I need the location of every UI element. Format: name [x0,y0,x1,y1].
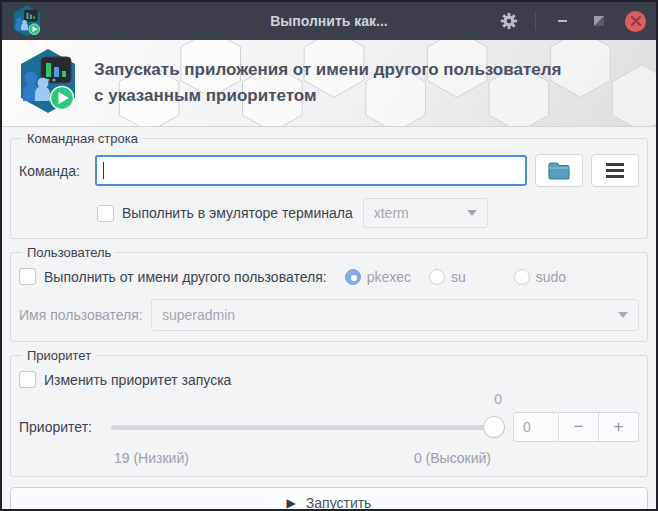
run-button[interactable]: ▶ Запустить [10,487,648,511]
main-content: Командная строка Команда: [2,127,656,511]
page-title: Запускать приложения от имени другого по… [94,57,561,110]
user-legend: Пользователь [22,245,116,260]
close-button[interactable] [625,11,646,32]
terminal-checkbox[interactable] [97,205,114,222]
radio-su-label: su [451,269,466,285]
username-dropdown[interactable]: superadmin [151,299,639,331]
command-input-field[interactable] [104,163,519,179]
spin-value-text: 0 [523,419,531,435]
options-menu-button[interactable] [591,154,639,187]
run-button-label: Запустить [306,495,372,511]
slider-handle[interactable] [483,416,505,438]
radio-sudo-label: sudo [536,269,566,285]
command-line-section: Командная строка Команда: [10,131,648,239]
radio-sudo[interactable]: sudo [514,269,566,285]
folder-icon [547,161,571,181]
radio-sudo-button[interactable] [514,269,530,285]
priority-slider[interactable]: 0 [111,412,505,442]
command-line-legend: Командная строка [22,131,143,146]
radio-pkexec-button[interactable] [345,269,361,285]
play-icon: ▶ [287,496,296,510]
increment-button[interactable]: + [599,412,639,442]
chevron-down-icon [467,210,477,216]
slider-track[interactable] [111,425,505,430]
priority-section: Приоритет Изменить приоритет запуска При… [10,348,648,477]
priority-label: Приоритет: [19,419,103,435]
terminal-emulator-value: xterm [374,205,409,221]
browse-folder-button[interactable] [535,154,583,187]
run-as-window: Выполнить как... [0,0,658,511]
radio-pkexec-label: pkexec [367,269,411,285]
command-label: Команда: [19,163,95,179]
terminal-emulator-dropdown[interactable]: xterm [363,198,488,228]
chevron-down-icon [618,312,628,318]
settings-gear-icon[interactable] [498,10,520,32]
username-value: superadmin [162,307,235,323]
priority-high-label: 0 (Высокий) [414,450,491,466]
run-as-checkbox-label[interactable]: Выполнить от имени другого пользователя: [44,269,327,285]
command-input[interactable] [95,155,527,186]
change-priority-checkbox[interactable] [19,371,36,388]
hamburger-icon [606,163,624,178]
titlebar[interactable]: Выполнить как... [2,2,656,40]
titlebar-separator [535,12,536,30]
restore-button[interactable] [588,10,610,32]
terminal-checkbox-label[interactable]: Выполнить в эмуляторе терминала [122,205,353,221]
user-section: Пользователь Выполнить от имени другого … [10,245,648,342]
page-title-line2: с указанным приоритетом [94,83,561,109]
radio-su[interactable]: su [429,269,466,285]
slider-value: 0 [494,391,502,407]
username-label: Имя пользователя: [19,307,151,323]
minimize-button[interactable] [551,10,573,32]
app-icon [12,5,42,37]
page-title-line1: Запускать приложения от имени другого по… [94,57,561,83]
priority-low-label: 19 (Низкий) [114,450,189,466]
decrement-button[interactable]: − [559,412,599,442]
priority-spin-value[interactable]: 0 [513,412,559,442]
app-icon-large [16,48,80,118]
priority-legend: Приоритет [22,348,96,363]
change-priority-checkbox-label[interactable]: Изменить приоритет запуска [44,372,231,388]
minus-icon: − [574,417,584,437]
radio-pkexec[interactable]: pkexec [345,269,411,285]
header-banner: Запускать приложения от имени другого по… [2,40,656,127]
plus-icon: + [614,417,624,437]
run-as-checkbox[interactable] [19,268,36,285]
radio-su-button[interactable] [429,269,445,285]
